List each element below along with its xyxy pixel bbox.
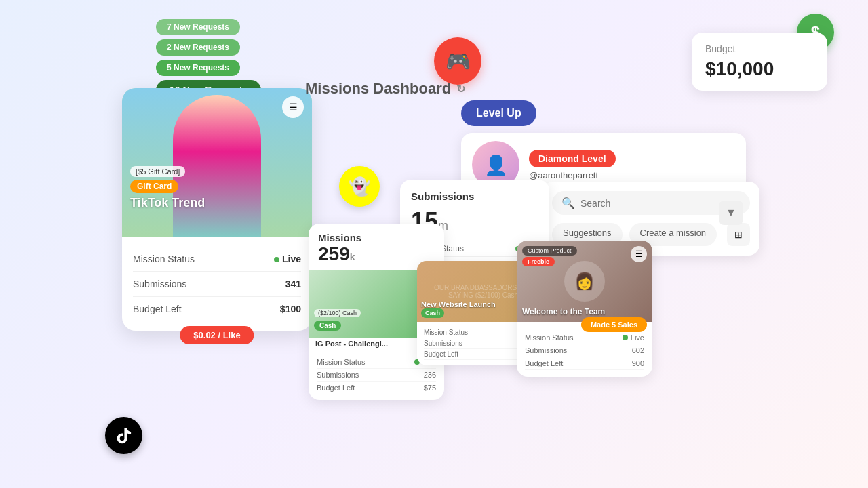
budget-left-label: Budget Left — [133, 304, 182, 314]
refresh-icon[interactable]: ↻ — [456, 83, 465, 96]
snapchat-icon: 👻 — [339, 166, 380, 207]
missions-main-card: Missions 259k ☰ ($2/100) Cash Cash IG Po… — [309, 224, 444, 400]
left-card: ☰ [$5 Gift Card] Gift Card TikTok Trend … — [122, 88, 312, 331]
submissions-row: Submissions 341 — [133, 272, 301, 297]
grid-view-button[interactable]: ⊞ — [727, 223, 750, 246]
right-mission-card: 👩 ☰ Custom Product Freebie Welcome to th… — [517, 241, 652, 377]
left-card-image: ☰ [$5 Gift Card] Gift Card TikTok Trend — [122, 88, 312, 237]
dashboard-title: Missions Dashboard ↻ — [305, 80, 465, 98]
welcome-text: Welcome to the Team — [522, 307, 605, 317]
r-stat-budget: Budget Left 900 — [525, 357, 644, 370]
request-badge-2[interactable]: 2 New Requests — [156, 39, 240, 56]
tiktok-icon — [105, 417, 142, 454]
budget-left-value: $100 — [280, 304, 301, 314]
submissions-card-title: Submissions — [411, 190, 538, 202]
request-badge-1[interactable]: 7 New Requests — [156, 19, 240, 35]
game-icon: 🎮 — [434, 37, 481, 85]
tiktok-trend-label: TikTok Trend — [130, 196, 304, 210]
gift-card-label: [$5 Gift Card] — [130, 166, 185, 177]
freebie-badge: Freebie — [522, 257, 555, 266]
dashboard-title-text: Missions Dashboard — [305, 80, 451, 98]
right-stat-rows: Mission Status Live Submissions 602 Budg… — [517, 325, 652, 377]
mission-status-row: Mission Status Live — [133, 247, 301, 272]
gift-card-badge: Gift Card — [130, 180, 178, 193]
search-icon: 🔍 — [561, 197, 575, 209]
budget-row: Budget Left $100 — [133, 297, 301, 321]
budget-amount: $10,000 — [705, 58, 814, 80]
m-stat-submissions: Submissions 236 — [317, 369, 436, 382]
custom-product-badge: Custom Product — [522, 246, 577, 256]
r-stat-submissions: Submissions 602 — [525, 344, 644, 357]
username: @aarontheparrett — [529, 170, 735, 180]
right-thumb: 👩 ☰ Custom Product Freebie Welcome to th… — [517, 241, 652, 322]
r-stat-status: Mission Status Live — [525, 331, 644, 344]
left-card-overlay: [$5 Gift Card] Gift Card TikTok Trend — [130, 165, 304, 210]
search-input[interactable] — [580, 198, 741, 209]
level-info: Diamond Level @aarontheparrett — [529, 150, 735, 180]
submissions-value: 341 — [285, 279, 301, 289]
mission-status-value: Live — [274, 253, 301, 264]
diamond-badge: Diamond Level — [529, 150, 616, 167]
budget-card: Budget $10,000 — [692, 33, 827, 91]
budget-label: Budget — [705, 43, 814, 54]
left-card-menu-btn[interactable]: ☰ — [282, 96, 304, 118]
price-badge: $0.02 / Like — [180, 326, 254, 344]
made-sales-badge: Made 5 Sales — [581, 317, 647, 332]
mission-status-label: Mission Status — [133, 253, 195, 264]
submissions-label: Submissions — [133, 279, 186, 289]
right-menu-btn[interactable]: ☰ — [631, 246, 647, 262]
left-card-body: Mission Status Live Submissions 341 Budg… — [122, 237, 312, 331]
mission-overlay: ($2/100) Cash Cash — [309, 300, 444, 338]
m-stat-budget: Budget Left $75 — [317, 382, 436, 394]
level-up-button[interactable]: Level Up — [461, 100, 536, 126]
filter-button[interactable]: ▼ — [719, 201, 743, 225]
cash-badge: Cash — [314, 321, 341, 331]
request-badge-3[interactable]: 5 New Requests — [156, 60, 240, 76]
